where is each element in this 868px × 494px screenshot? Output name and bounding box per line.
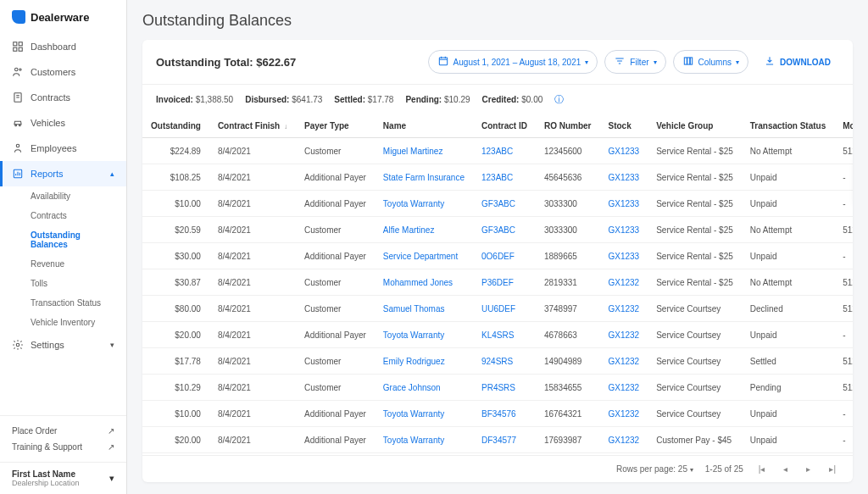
cell-contract-id-link[interactable]: UU6DEF	[473, 296, 536, 322]
cell-contract-id-link[interactable]: WW34578	[473, 453, 536, 456]
sub-availability[interactable]: Availability	[0, 186, 126, 206]
cell-payer-type: Additional Payer	[296, 191, 375, 217]
cell-contract-id-link[interactable]: 0O6DEF	[473, 243, 536, 269]
cell-vehicle-group: Service Rental - $25	[648, 269, 742, 296]
col-stock[interactable]: Stock	[599, 114, 648, 138]
footer-link-label: Place Order	[12, 426, 57, 436]
nav-employees[interactable]: Employees	[0, 136, 126, 161]
cell-stock-link[interactable]: GX1233	[599, 138, 648, 164]
cell-vehicle-group: Service Rental - $25	[648, 243, 742, 269]
cell-name-link[interactable]: Toyota Warranty	[375, 191, 473, 217]
footer-place-order[interactable]: Place Order ↗	[12, 423, 114, 439]
cell-outstanding: $108.25	[142, 164, 209, 191]
filter-button[interactable]: Filter ▾	[604, 50, 665, 74]
cell-name-link[interactable]: Miguel Martinez	[375, 138, 473, 164]
cell-name-link[interactable]: Alfie Martinez	[375, 217, 473, 243]
cell-name-link[interactable]: Grace Johnson	[375, 375, 473, 401]
dashboard-icon	[12, 41, 24, 53]
stat-invoiced: Invoiced: $1,388.50	[156, 95, 233, 104]
prev-page-button[interactable]: ◂	[780, 463, 791, 475]
cell-contract-finish: 8/4/2021	[209, 348, 296, 375]
nav-label: Contracts	[31, 92, 70, 103]
col-transaction-status[interactable]: Transaction Status	[742, 114, 834, 138]
cell-payer-type: Additional Payer	[296, 322, 375, 348]
cell-stock-link[interactable]: GX1232	[599, 322, 648, 348]
sub-tolls[interactable]: Tolls	[0, 274, 126, 293]
sub-transaction-status[interactable]: Transaction Status	[0, 293, 126, 313]
customers-icon	[12, 66, 24, 78]
cell-contract-id-link[interactable]: KL4SRS	[473, 322, 536, 348]
info-icon[interactable]: ⓘ	[554, 93, 564, 106]
col-name[interactable]: Name	[375, 114, 473, 138]
cell-name-link[interactable]: Emily Rodriguez	[375, 348, 473, 375]
cell-contract-id-link[interactable]: P36DEF	[473, 269, 536, 296]
date-range-picker[interactable]: August 1, 2021 – August 18, 2021 ▾	[428, 50, 598, 74]
columns-button[interactable]: Columns ▾	[673, 50, 748, 74]
nav-contracts[interactable]: Contracts	[0, 85, 126, 110]
col-mobile-number[interactable]: Mobile Number	[834, 114, 853, 138]
next-page-button[interactable]: ▸	[803, 463, 814, 475]
cell-stock-link[interactable]: GX1233	[599, 164, 648, 191]
user-info[interactable]: First Last Name Dealership Location ▾	[0, 462, 126, 494]
svg-rect-3	[19, 47, 22, 51]
cell-stock-link[interactable]: GX1232	[599, 348, 648, 375]
cell-contract-id-link[interactable]: DF34577	[473, 427, 536, 453]
download-button[interactable]: DOWNLOAD	[755, 51, 839, 73]
table-row: $224.89 8/4/2021 Customer Miguel Martine…	[142, 138, 853, 164]
cell-name-link[interactable]: Toyota Warranty	[375, 427, 473, 453]
sub-revenue[interactable]: Revenue	[0, 254, 126, 274]
table-wrap[interactable]: Outstanding Contract Finish ↓ Payer Type…	[142, 114, 853, 455]
cell-stock-link[interactable]: GX1233	[599, 243, 648, 269]
sub-outstanding-balances[interactable]: Outstanding Balances	[0, 225, 126, 254]
table-row: $20.59 8/4/2021 Customer Alfie Martinez …	[142, 217, 853, 243]
cell-mobile-number: -	[834, 401, 853, 427]
cell-contract-id-link[interactable]: 123ABC	[473, 138, 536, 164]
col-vehicle-group[interactable]: Vehicle Group	[648, 114, 742, 138]
cell-contract-id-link[interactable]: 123ABC	[473, 164, 536, 191]
cell-stock-link[interactable]: GX1232	[599, 427, 648, 453]
user-location: Dealership Location	[12, 479, 80, 487]
cell-stock-link[interactable]: GX1232	[599, 401, 648, 427]
cell-name-link[interactable]: Service Department	[375, 243, 473, 269]
cell-stock-link[interactable]: GX1231	[599, 453, 648, 456]
col-contract-finish[interactable]: Contract Finish ↓	[209, 114, 296, 138]
nav-dashboard[interactable]: Dashboard	[0, 34, 126, 59]
cell-name-link[interactable]: State Farm Insurance	[375, 164, 473, 191]
cell-contract-id-link[interactable]: GF3ABC	[473, 191, 536, 217]
nav-settings[interactable]: Settings ▾	[0, 332, 126, 358]
nav-reports[interactable]: Reports ▴	[0, 161, 126, 186]
col-contract-id[interactable]: Contract ID	[473, 114, 536, 138]
sub-vehicle-inventory[interactable]: Vehicle Inventory	[0, 313, 126, 332]
cell-name-link[interactable]: Samuel Thomas	[375, 296, 473, 322]
cell-contract-id-link[interactable]: GF3ABC	[473, 217, 536, 243]
cell-vehicle-group: Service Courtsey	[648, 296, 742, 322]
cell-contract-finish: 8/4/2021	[209, 164, 296, 191]
total-label: Outstanding Total:	[156, 56, 253, 69]
col-ro-number[interactable]: RO Number	[536, 114, 600, 138]
last-page-button[interactable]: ▸|	[826, 463, 839, 475]
cell-stock-link[interactable]: GX1233	[599, 217, 648, 243]
col-payer-type[interactable]: Payer Type	[296, 114, 375, 138]
cell-contract-id-link[interactable]: BF34576	[473, 401, 536, 427]
cell-name-link[interactable]: Mohammed Jones	[375, 269, 473, 296]
first-page-button[interactable]: |◂	[755, 463, 769, 475]
cell-transaction-status: Settled	[742, 348, 834, 375]
rows-per-page[interactable]: Rows per page: 25 ▾	[616, 464, 693, 474]
cell-contract-id-link[interactable]: PR4SRS	[473, 375, 536, 401]
cell-transaction-status: Unpaid	[742, 164, 834, 191]
cell-stock-link[interactable]: GX1232	[599, 375, 648, 401]
nav-vehicles[interactable]: Vehicles	[0, 110, 126, 136]
nav-customers[interactable]: Customers	[0, 59, 126, 85]
cell-stock-link[interactable]: GX1232	[599, 296, 648, 322]
cell-vehicle-group: Service Courtsey	[648, 322, 742, 348]
cell-name-link[interactable]: Toyota Warranty	[375, 453, 473, 456]
cell-stock-link[interactable]: GX1233	[599, 191, 648, 217]
cell-stock-link[interactable]: GX1232	[599, 269, 648, 296]
cell-name-link[interactable]: Toyota Warranty	[375, 322, 473, 348]
col-outstanding[interactable]: Outstanding	[142, 114, 209, 138]
cell-outstanding: $80.00	[142, 296, 209, 322]
footer-training-support[interactable]: Training & Support ↗	[12, 439, 114, 455]
cell-name-link[interactable]: Toyota Warranty	[375, 401, 473, 427]
sub-contracts[interactable]: Contracts	[0, 206, 126, 225]
cell-contract-id-link[interactable]: 924SRS	[473, 348, 536, 375]
